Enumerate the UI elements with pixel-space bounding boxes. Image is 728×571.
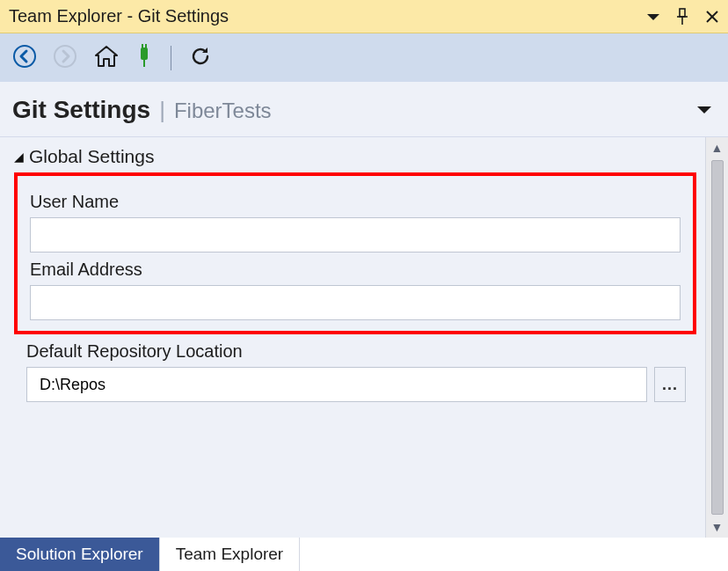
username-input[interactable]: [30, 217, 681, 253]
toolbar: [0, 33, 728, 82]
title-separator: |: [159, 97, 165, 124]
repo-location-label: Default Repository Location: [26, 341, 686, 362]
vertical-scrollbar[interactable]: ▲ ▼: [705, 137, 728, 538]
page-menu-icon[interactable]: [695, 103, 714, 118]
repo-location-input[interactable]: [26, 367, 647, 402]
tab-team-explorer[interactable]: Team Explorer: [160, 538, 301, 571]
page-title-group: Git Settings | FiberTests: [12, 96, 272, 124]
refresh-icon[interactable]: [189, 45, 212, 70]
page-title: Git Settings: [12, 96, 150, 124]
username-label: User Name: [30, 192, 681, 212]
scroll-down-icon[interactable]: ▼: [711, 520, 724, 534]
close-icon[interactable]: [705, 10, 719, 24]
svg-rect-0: [680, 9, 685, 17]
svg-rect-8: [142, 44, 143, 48]
svg-point-5: [14, 46, 35, 67]
forward-icon: [53, 44, 77, 71]
window-options-icon[interactable]: [647, 12, 659, 21]
svg-rect-10: [143, 60, 145, 67]
bottom-tab-strip: Solution Explorer Team Explorer: [0, 538, 728, 571]
connect-icon[interactable]: [135, 44, 153, 71]
toolbar-separator: [171, 46, 171, 70]
svg-rect-7: [141, 48, 148, 60]
collapse-icon: ◢: [14, 150, 24, 164]
svg-point-6: [55, 46, 76, 67]
section-heading-label: Global Settings: [29, 146, 154, 167]
scroll-up-icon[interactable]: ▲: [711, 141, 724, 155]
page-header: Git Settings | FiberTests: [0, 82, 728, 137]
project-name: FiberTests: [174, 99, 272, 123]
titlebar-controls: [647, 8, 719, 26]
browse-button[interactable]: ...: [654, 367, 686, 402]
scroll-thumb[interactable]: [711, 160, 724, 515]
home-icon[interactable]: [93, 44, 120, 71]
highlighted-region: User Name Email Address: [14, 172, 696, 334]
email-input[interactable]: [30, 285, 681, 320]
section-heading-global[interactable]: ◢ Global Settings: [14, 146, 698, 167]
titlebar: Team Explorer - Git Settings: [0, 0, 728, 33]
content-panel: ◢ Global Settings User Name Email Addres…: [0, 137, 705, 538]
svg-rect-9: [145, 44, 147, 48]
window-title: Team Explorer - Git Settings: [9, 6, 229, 26]
email-label: Email Address: [30, 260, 681, 280]
back-icon[interactable]: [12, 44, 37, 71]
tab-solution-explorer[interactable]: Solution Explorer: [0, 538, 160, 571]
pin-icon[interactable]: [675, 8, 689, 26]
